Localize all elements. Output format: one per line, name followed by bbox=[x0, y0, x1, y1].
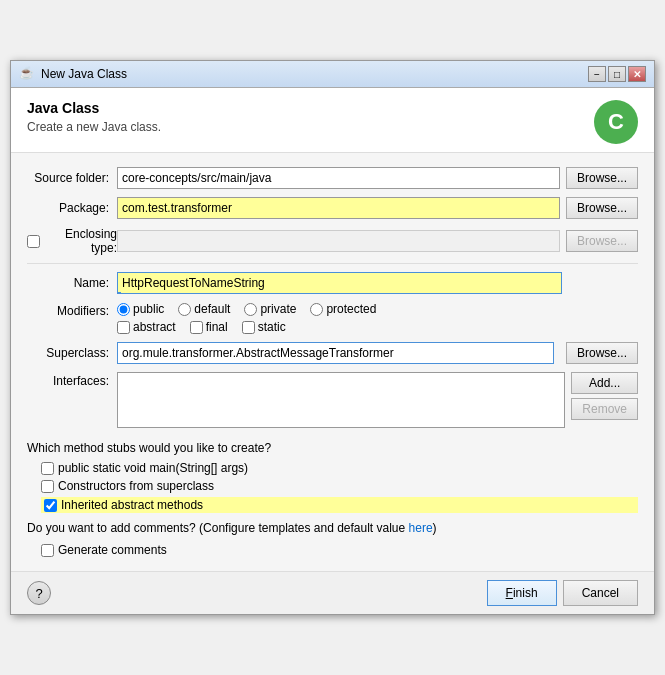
modifier-final-option[interactable]: final bbox=[190, 320, 228, 334]
separator-1 bbox=[27, 263, 638, 264]
maximize-button[interactable]: □ bbox=[608, 66, 626, 82]
enclosing-type-browse-button: Browse... bbox=[566, 230, 638, 252]
enclosing-type-label: Enclosing type: bbox=[27, 227, 117, 255]
comments-question-end: ) bbox=[433, 521, 437, 535]
interfaces-row: Interfaces: Add... Remove bbox=[27, 372, 638, 431]
stub-inherited-option: Inherited abstract methods bbox=[41, 497, 638, 513]
stubs-question: Which method stubs would you like to cre… bbox=[27, 441, 638, 455]
modifier-static-checkbox[interactable] bbox=[242, 321, 255, 334]
name-input[interactable] bbox=[117, 272, 562, 294]
name-control bbox=[117, 272, 562, 294]
interfaces-label: Interfaces: bbox=[27, 372, 117, 388]
comments-section: Do you want to add comments? (Configure … bbox=[27, 521, 638, 535]
modifiers-radio-group: public default private protected bbox=[117, 302, 376, 316]
modifier-protected-radio[interactable] bbox=[310, 303, 323, 316]
name-row: Name: bbox=[27, 272, 638, 294]
stub-options: public static void main(String[] args) C… bbox=[41, 461, 638, 513]
stub-main-label: public static void main(String[] args) bbox=[58, 461, 248, 475]
modifier-public-radio[interactable] bbox=[117, 303, 130, 316]
comments-link[interactable]: here bbox=[409, 521, 433, 535]
enclosing-type-control bbox=[117, 230, 560, 252]
page-title: Java Class bbox=[27, 100, 161, 116]
superclass-browse-button[interactable]: Browse... bbox=[566, 342, 638, 364]
stub-main-option: public static void main(String[] args) bbox=[41, 461, 638, 475]
stub-inherited-checkbox[interactable] bbox=[44, 499, 57, 512]
package-label: Package: bbox=[27, 201, 117, 215]
interfaces-textarea[interactable] bbox=[117, 372, 565, 428]
dialog-header: Java Class Create a new Java class. C bbox=[11, 88, 654, 153]
package-browse-button[interactable]: Browse... bbox=[566, 197, 638, 219]
modifiers-checkbox-group: abstract final static bbox=[117, 320, 376, 334]
superclass-input[interactable] bbox=[117, 342, 554, 364]
minimize-button[interactable]: − bbox=[588, 66, 606, 82]
finish-button[interactable]: Finish bbox=[487, 580, 557, 606]
enclosing-type-checkbox[interactable] bbox=[27, 235, 40, 248]
stub-main-checkbox[interactable] bbox=[41, 462, 54, 475]
modifier-final-checkbox[interactable] bbox=[190, 321, 203, 334]
dialog-title: New Java Class bbox=[41, 67, 127, 81]
close-button[interactable]: ✕ bbox=[628, 66, 646, 82]
modifier-private-radio[interactable] bbox=[244, 303, 257, 316]
source-folder-input[interactable] bbox=[117, 167, 560, 189]
dialog-body: Source folder: Browse... Package: Browse… bbox=[11, 153, 654, 571]
modifier-default-radio[interactable] bbox=[178, 303, 191, 316]
enclosing-type-input[interactable] bbox=[117, 230, 560, 252]
footer-buttons: Finish Cancel bbox=[487, 580, 638, 606]
modifiers-label: Modifiers: bbox=[27, 302, 117, 318]
interfaces-content bbox=[117, 372, 565, 431]
enclosing-type-row: Enclosing type: Browse... bbox=[27, 227, 638, 255]
comments-question: Do you want to add comments? (Configure … bbox=[27, 521, 409, 535]
modifiers-content: public default private protected bbox=[117, 302, 376, 334]
new-java-class-dialog: ☕ New Java Class − □ ✕ Java Class Create… bbox=[10, 60, 655, 615]
dialog-footer: ? Finish Cancel bbox=[11, 571, 654, 614]
title-bar: ☕ New Java Class − □ ✕ bbox=[11, 61, 654, 88]
source-folder-row: Source folder: Browse... bbox=[27, 167, 638, 189]
name-label: Name: bbox=[27, 276, 117, 290]
page-subtitle: Create a new Java class. bbox=[27, 120, 161, 134]
logo-icon: C bbox=[594, 100, 638, 144]
interfaces-add-button[interactable]: Add... bbox=[571, 372, 638, 394]
source-folder-control bbox=[117, 167, 560, 189]
stub-constructor-checkbox[interactable] bbox=[41, 480, 54, 493]
package-control bbox=[117, 197, 560, 219]
interfaces-remove-button: Remove bbox=[571, 398, 638, 420]
cancel-button[interactable]: Cancel bbox=[563, 580, 638, 606]
stub-constructor-option: Constructors from superclass bbox=[41, 479, 638, 493]
dialog-icon: ☕ bbox=[19, 66, 35, 82]
modifier-default-option[interactable]: default bbox=[178, 302, 230, 316]
modifiers-row: Modifiers: public default private bbox=[27, 302, 638, 334]
header-text: Java Class Create a new Java class. bbox=[27, 100, 161, 134]
modifier-static-option[interactable]: static bbox=[242, 320, 286, 334]
modifier-abstract-option[interactable]: abstract bbox=[117, 320, 176, 334]
superclass-row: Superclass: Browse... bbox=[27, 342, 638, 364]
modifier-public-option[interactable]: public bbox=[117, 302, 164, 316]
modifier-abstract-checkbox[interactable] bbox=[117, 321, 130, 334]
package-row: Package: Browse... bbox=[27, 197, 638, 219]
superclass-label: Superclass: bbox=[27, 346, 117, 360]
package-input[interactable] bbox=[117, 197, 560, 219]
generate-comments-row: Generate comments bbox=[41, 543, 638, 557]
modifier-protected-option[interactable]: protected bbox=[310, 302, 376, 316]
source-folder-browse-button[interactable]: Browse... bbox=[566, 167, 638, 189]
source-folder-label: Source folder: bbox=[27, 171, 117, 185]
stub-constructor-label: Constructors from superclass bbox=[58, 479, 214, 493]
modifier-private-option[interactable]: private bbox=[244, 302, 296, 316]
generate-comments-checkbox[interactable] bbox=[41, 544, 54, 557]
help-button[interactable]: ? bbox=[27, 581, 51, 605]
superclass-control bbox=[117, 342, 554, 364]
stub-inherited-label: Inherited abstract methods bbox=[61, 498, 203, 512]
generate-comments-label: Generate comments bbox=[58, 543, 167, 557]
interfaces-buttons: Add... Remove bbox=[571, 372, 638, 420]
title-bar-left: ☕ New Java Class bbox=[19, 66, 127, 82]
title-controls: − □ ✕ bbox=[588, 66, 646, 82]
